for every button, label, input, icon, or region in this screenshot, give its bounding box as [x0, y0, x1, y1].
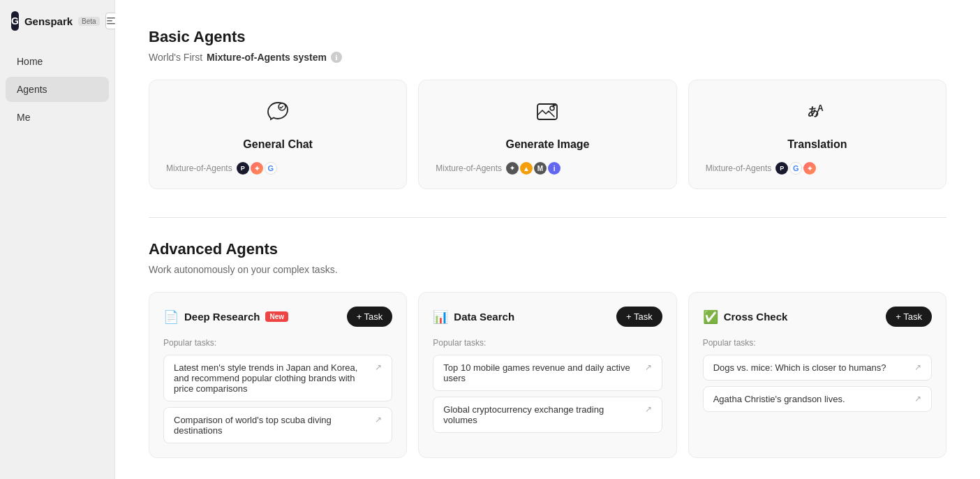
app-name: Genspark [24, 15, 73, 27]
agent-card-generate-image[interactable]: Generate Image Mixture-of-Agents ✦ ▲ M i [418, 80, 676, 189]
generate-image-icon [436, 100, 659, 130]
data-search-title-area: 📊 Data Search [433, 309, 514, 325]
cross-check-popular-label: Popular tasks: [703, 338, 932, 348]
adv-card-cross-check: ✅ Cross Check + Task Popular tasks: Dogs… [688, 292, 946, 458]
cross-check-title-area: ✅ Cross Check [703, 309, 788, 325]
translation-icon: あ A [706, 100, 929, 130]
main-content: Basic Agents World's First Mixture-of-Ag… [115, 0, 980, 479]
generate-image-title: Generate Image [436, 138, 659, 151]
deep-research-task-1[interactable]: Latest men's style trends in Japan and K… [163, 355, 392, 401]
advanced-agents-title: Advanced Agents [149, 240, 946, 258]
provider-icon-dalle: ▲ [520, 162, 533, 175]
svg-point-5 [550, 106, 554, 110]
new-badge: New [265, 311, 288, 322]
data-search-task-1[interactable]: Top 10 mobile games revenue and daily ac… [433, 355, 662, 391]
data-search-header: 📊 Data Search + Task [433, 307, 662, 327]
provider-icon-pplx2: P [775, 162, 788, 175]
data-search-task-2[interactable]: Global cryptocurrency exchange trading v… [433, 397, 662, 433]
provider-icon-google2: G [789, 162, 802, 175]
task-arrow-icon: ↗ [914, 362, 921, 372]
advanced-agents-subtitle: Work autonomously on your complex tasks. [149, 264, 946, 275]
section-divider [149, 217, 946, 218]
cross-check-task-2[interactable]: Agatha Christie's grandson lives. ↗ [703, 386, 932, 412]
task-arrow-icon: ↗ [914, 394, 921, 404]
deep-research-task-2[interactable]: Comparison of world's top scuba diving d… [163, 407, 392, 443]
svg-rect-2 [107, 23, 115, 24]
svg-rect-1 [107, 20, 112, 22]
basic-agents-subtitle: World's First Mixture-of-Agents system ℹ [149, 52, 946, 63]
advanced-agents-grid: 📄 Deep Research New + Task Popular tasks… [149, 292, 946, 458]
data-search-icon: 📊 [433, 309, 448, 325]
general-chat-title: General Chat [166, 138, 389, 151]
svg-rect-0 [107, 17, 115, 19]
data-search-title: Data Search [454, 311, 514, 323]
sidebar-item-me[interactable]: Me [6, 105, 109, 130]
sidebar-item-home[interactable]: Home [6, 49, 109, 74]
provider-icon-google: G [265, 162, 277, 175]
cross-check-header: ✅ Cross Check + Task [703, 307, 932, 327]
provider-icon-spark2: ✦ [803, 162, 816, 175]
cross-check-task-button[interactable]: + Task [886, 307, 932, 327]
basic-agents-title: Basic Agents [149, 28, 946, 46]
cross-check-title: Cross Check [724, 311, 788, 323]
data-search-task-button[interactable]: + Task [616, 307, 662, 327]
agent-card-general-chat[interactable]: General Chat Mixture-of-Agents P ✦ G [149, 80, 407, 189]
task-arrow-icon: ↗ [645, 404, 652, 414]
task-arrow-icon: ↗ [375, 362, 382, 372]
cross-check-task-1[interactable]: Dogs vs. mice: Which is closer to humans… [703, 355, 932, 381]
generate-image-footer: Mixture-of-Agents ✦ ▲ M i [436, 162, 659, 175]
translation-footer: Mixture-of-Agents P G ✦ [706, 162, 929, 175]
translation-title: Translation [706, 138, 929, 151]
beta-badge: Beta [78, 17, 100, 26]
deep-research-title-area: 📄 Deep Research New [163, 309, 288, 325]
sidebar: G Genspark Beta Home Agents Me [0, 0, 115, 479]
logo-area: G Genspark Beta [0, 11, 114, 47]
deep-research-title: Deep Research [184, 311, 260, 323]
adv-card-deep-research: 📄 Deep Research New + Task Popular tasks… [149, 292, 407, 458]
task-arrow-icon: ↗ [375, 415, 382, 425]
task-arrow-icon: ↗ [645, 362, 652, 372]
cross-check-icon: ✅ [703, 309, 718, 325]
general-chat-icon [166, 100, 389, 130]
info-icon[interactable]: ℹ [331, 52, 342, 63]
basic-agents-grid: General Chat Mixture-of-Agents P ✦ G [149, 80, 946, 189]
sidebar-item-agents[interactable]: Agents [6, 77, 109, 102]
svg-text:A: A [817, 103, 824, 113]
deep-research-popular-label: Popular tasks: [163, 338, 392, 348]
deep-research-header: 📄 Deep Research New + Task [163, 307, 392, 327]
deep-research-task-button[interactable]: + Task [347, 307, 393, 327]
provider-icon-spark: ✦ [251, 162, 263, 175]
provider-icon-midj: M [534, 162, 547, 175]
agent-card-translation[interactable]: あ A Translation Mixture-of-Agents P G ✦ [688, 80, 946, 189]
provider-icon-perplexity: P [237, 162, 249, 175]
general-chat-footer: Mixture-of-Agents P ✦ G [166, 162, 389, 175]
provider-icon-ideogram: i [548, 162, 560, 175]
logo-icon: G [11, 11, 19, 31]
deep-research-icon: 📄 [163, 309, 179, 325]
data-search-popular-label: Popular tasks: [433, 338, 662, 348]
adv-card-data-search: 📊 Data Search + Task Popular tasks: Top … [418, 292, 676, 458]
provider-icon-stability: ✦ [506, 162, 519, 175]
